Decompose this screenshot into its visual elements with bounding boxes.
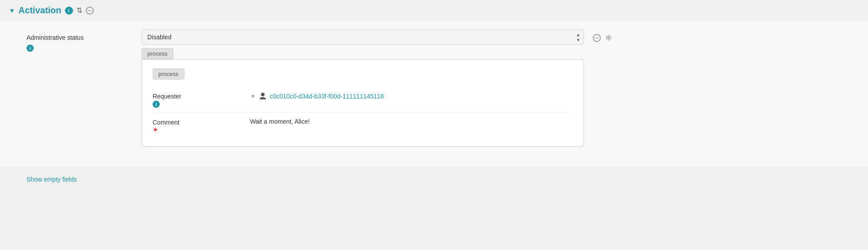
requester-info-icon[interactable]: i — [153, 101, 160, 108]
admin-status-label-col: Administrative status i — [27, 30, 133, 52]
section-info-icon[interactable]: i — [65, 7, 73, 15]
show-empty-fields-link[interactable]: Show empty fields — [0, 167, 868, 192]
user-icon: ⚬ — [250, 92, 256, 100]
section-header: ▼ Activation i ⇅ − — [0, 0, 868, 21]
requester-label: Requester — [153, 93, 241, 100]
comment-value: Wait a moment, Alice! — [250, 117, 573, 125]
admin-status-value-col: Disabled ▲ ▼ process process Requeste — [142, 30, 584, 147]
process-tab[interactable]: process — [142, 48, 173, 59]
field-minus-button[interactable]: − — [593, 34, 601, 42]
admin-status-select-wrapper: Disabled ▲ ▼ — [142, 30, 584, 45]
admin-status-select[interactable]: Disabled — [142, 30, 584, 45]
chevron-down-icon[interactable]: ▼ — [9, 7, 15, 14]
admin-status-label: Administrative status — [27, 34, 133, 41]
content-area: Administrative status i Disabled ▲ ▼ — [0, 21, 868, 167]
requester-link[interactable]: c0c010c0-d34d-b33f-f00d-111111145118 — [270, 93, 384, 100]
comment-label-col: Comment ★ — [153, 117, 241, 133]
comment-label: Comment — [153, 119, 241, 126]
process-box: process Requester i ⚬ c0c010c0-d34d — [142, 59, 584, 147]
sort-icon[interactable]: ⇅ — [77, 6, 82, 15]
comment-row: Comment ★ Wait a moment, Alice! — [153, 113, 573, 137]
requester-label-col: Requester i — [153, 91, 241, 108]
requester-value: ⚬ c0c010c0-d34d-b33f-f00d-111111145118 — [250, 91, 573, 100]
admin-status-info-icon[interactable]: i — [27, 45, 34, 52]
section-title: Activation — [19, 5, 61, 15]
process-box-header: process — [153, 68, 184, 80]
section-minus-icon[interactable]: − — [86, 7, 94, 15]
field-actions: − ✱ — [593, 30, 612, 43]
comment-text: Wait a moment, Alice! — [250, 118, 310, 125]
comment-required-icon: ★ — [153, 126, 158, 133]
field-asterisk-button[interactable]: ✱ — [605, 33, 612, 43]
admin-status-row: Administrative status i Disabled ▲ ▼ — [27, 30, 841, 147]
requester-row: Requester i ⚬ c0c010c0-d34d-b33f-f00d-11… — [153, 87, 573, 113]
person-icon — [259, 92, 266, 100]
